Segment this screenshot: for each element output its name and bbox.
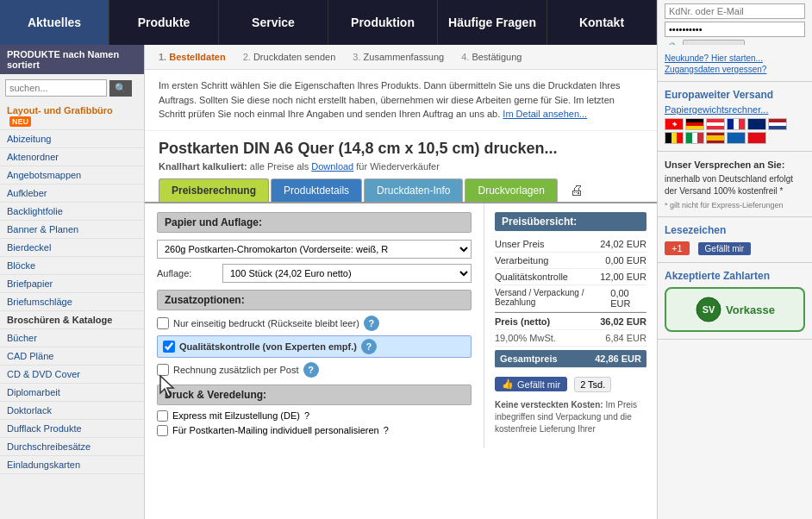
checkbox-qualitaet[interactable] [163, 341, 175, 353]
price-label: Verarbeitung [495, 255, 548, 266]
checkbox-express[interactable] [157, 410, 168, 422]
sidebar-item-banner[interactable]: Banner & Planen [0, 221, 144, 239]
sidebar-item-label: Einladungskarten [7, 460, 80, 470]
nav-haeufige-fragen[interactable]: Häufige Fragen [438, 0, 547, 45]
sidebar-item-buecher[interactable]: Bücher [0, 329, 144, 347]
step-2: 2. Druckdaten senden [243, 52, 336, 62]
sidebar-item-label: Dufflack Produkte [7, 423, 82, 434]
flag-ch: 🇨🇭 [665, 118, 684, 130]
papiergewicht-link[interactable]: Papiergewichtsrechner... [665, 104, 805, 115]
neukunde-link[interactable]: Neukunde? Hier starten... [665, 53, 805, 63]
fb-count: 2 Tsd. [574, 377, 611, 392]
price-value: 36,02 EUR [600, 316, 646, 327]
price-label: Gesamtpreis [500, 353, 558, 364]
sidebar-item-bierdeckel[interactable]: Bierdeckel [0, 239, 144, 257]
sidebar-item-aufkleber[interactable]: Aufkleber [0, 184, 144, 203]
price-row-unser: Unser Preis 24,02 EUR [495, 236, 646, 253]
sidebar-item-dufflack[interactable]: Dufflack Produkte [0, 420, 144, 438]
sidebar-item-abizeitung[interactable]: Abizeitung [0, 130, 144, 148]
sidebar-item-label: Briefpapier [7, 278, 53, 289]
sidebar-item-durchschreib[interactable]: Durchschreibesätze [0, 438, 144, 456]
price-value: 6,84 EUR [605, 333, 646, 343]
zusatz-header: Zusatzoptionen: [157, 290, 472, 310]
tab-druckvorlagen[interactable]: Druckvorlagen [465, 178, 557, 202]
sidebar-item-angebotsmappen[interactable]: Angebotsmappen [0, 166, 144, 184]
main-content: 1. Bestelldaten 2. Druckdaten senden 3. … [145, 45, 657, 519]
option-qualitaet: Qualitätskontrolle (von Experten empf.) … [157, 335, 472, 358]
vorkasse-box: SV Vorkasse [665, 287, 805, 332]
druck-header: Druck & Veredelung: [157, 385, 472, 405]
price-label: Qualitätskontrolle [495, 272, 568, 282]
info-btn-rechnung[interactable]: ? [303, 362, 319, 378]
flag-be [665, 132, 684, 144]
sidebar-item-bloecke[interactable]: Blöcke [0, 257, 144, 275]
papier-section-header: Papier und Auflage: [157, 212, 472, 233]
price-label: Preis (netto) [495, 316, 550, 327]
sidebar-item-label: Angebotsmappen [7, 170, 81, 180]
tab-produktdetails[interactable]: Produktdetails [271, 178, 362, 202]
info-btn-einseitig[interactable]: ? [364, 316, 379, 331]
download-link[interactable]: Download [311, 161, 353, 172]
price-row-qualitaet: Qualitätskontrolle 12,00 EUR [495, 269, 646, 285]
fb-gefaellt-button[interactable]: Gefällt mir [698, 242, 752, 255]
flag-it [685, 132, 704, 144]
vergessen-link[interactable]: Zugangsdaten vergessen? [665, 65, 805, 74]
auflage-select[interactable]: 100 Stück (24,02 Euro netto) [222, 264, 472, 283]
price-row-netto: Preis (netto) 36,02 EUR [495, 312, 646, 330]
search-input[interactable] [5, 79, 107, 97]
sidebar-item-broschueren[interactable]: Broschüren & Kataloge [0, 311, 144, 329]
fb-like-area: 👍 Gefällt mir 2 Tsd. [495, 377, 646, 392]
vorkasse-label: Vorkasse [726, 303, 775, 316]
sidebar-header: PRODUKTE nach Namen sortiert [0, 45, 144, 74]
sidebar-item-briefpapier[interactable]: Briefpapier [0, 275, 144, 293]
sidebar-item-backlightfolie[interactable]: Backlightfolie [0, 203, 144, 221]
sidebar-item-aktenordner[interactable]: Aktenordner [0, 148, 144, 166]
print-icon[interactable]: 🖨 [563, 179, 590, 202]
new-badge: NEU [9, 116, 31, 127]
checkbox-einseitig[interactable] [157, 317, 169, 329]
option-einseitig: Nur einseitig bedruckt (Rückseite bleibt… [157, 316, 472, 331]
sidebar-item-layout[interactable]: Layout- und Grafibbüro NEU [0, 102, 144, 130]
sidebar-item-einladung[interactable]: Einladungskarten [0, 456, 144, 474]
tab-bar: Preisberechnung Produktdetails Druckdate… [145, 178, 657, 202]
price-label: Unser Preis [495, 239, 544, 249]
sidebar-item-diplomarbeit[interactable]: Diplomarbeit [0, 384, 144, 402]
info-detail-link[interactable]: Im Detail ansehen... [503, 109, 587, 119]
gplus-button[interactable]: +1 [665, 241, 690, 255]
versprechen-footnote: * gilt nicht für Express-Lieferungen [665, 201, 805, 209]
sidebar-item-label: Banner & Planen [7, 224, 78, 234]
versprechen-section: Unser Versprechen an Sie: innerhalb von … [658, 152, 812, 217]
search-button[interactable]: 🔍 [109, 80, 132, 97]
info-btn-qualitaet[interactable]: ? [361, 339, 377, 354]
flag-tr [747, 132, 766, 144]
sidebar-item-doktorlack[interactable]: Doktorlack [0, 402, 144, 420]
form-area: Papier und Auflage: 260g Postkarten-Chro… [145, 203, 484, 448]
sidebar-item-cd[interactable]: CD & DVD Cover [0, 366, 144, 384]
sidebar-item-label: Abizeitung [7, 134, 51, 144]
checkbox-personalisieren[interactable] [157, 425, 168, 436]
flag-gb [747, 118, 766, 130]
nav-produktion[interactable]: Produktion [328, 0, 438, 45]
sidebar-item-cad[interactable]: CAD Pläne [0, 347, 144, 366]
lesezeichen-title: Lesezeichen [665, 224, 805, 236]
fb-thumb-icon: 👍 [502, 378, 514, 390]
info-btn-express[interactable]: ? [304, 410, 309, 421]
info-btn-personalisieren[interactable]: ? [384, 425, 389, 435]
tab-preisberechnung[interactable]: Preisberechnung [159, 178, 269, 202]
nav-service[interactable]: Service [219, 0, 328, 45]
nav-aktuelles[interactable]: Aktuelles [0, 0, 109, 45]
auflage-row: Auflage: 100 Stück (24,02 Euro netto) [157, 264, 472, 283]
price-row-versand: Versand / Verpackung / Bezahlung 0,00 EU… [495, 285, 646, 312]
nav-produkte[interactable]: Produkte [109, 0, 219, 45]
nav-kontakt[interactable]: Kontakt [547, 0, 657, 45]
password-input[interactable] [665, 22, 805, 37]
step-1: 1. Bestelldaten [159, 52, 226, 62]
paper-select[interactable]: 260g Postkarten-Chromokarton (Vorderseit… [157, 240, 472, 259]
fb-like-button[interactable]: 👍 Gefällt mir [495, 377, 567, 391]
sidebar-item-label: Durchschreibesätze [7, 441, 91, 452]
email-input[interactable] [665, 3, 805, 19]
price-label: Versand / Verpackung / Bezahlung [495, 288, 610, 309]
checkbox-rechnung[interactable] [157, 364, 169, 376]
sidebar-item-briefumschlaege[interactable]: Briefumschläge [0, 293, 144, 311]
tab-druckdaten-info[interactable]: Druckdaten-Info [364, 178, 463, 202]
